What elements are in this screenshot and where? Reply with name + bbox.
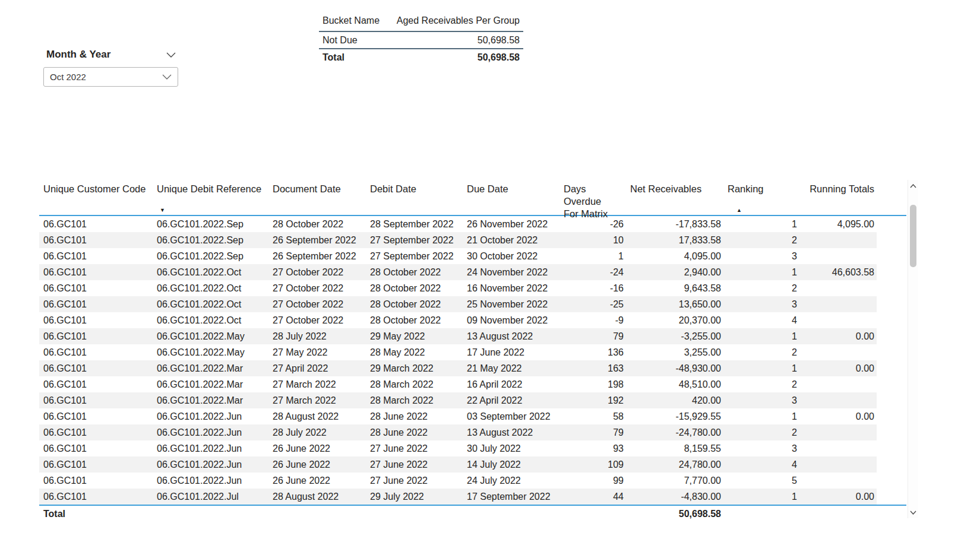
cell-unique-debit-reference: 06.GC101.2022.Jul xyxy=(153,492,268,502)
cell-due-date: 16 April 2022 xyxy=(463,379,559,390)
cell-document-date: 27 March 2022 xyxy=(268,395,366,406)
table-row: 06.GC101 06.GC101.2022.Jun 26 June 2022 … xyxy=(39,456,877,473)
cell-running-totals: 4,095.00 xyxy=(799,219,877,230)
cell-debit-date: 27 June 2022 xyxy=(366,443,463,454)
table-row: 06.GC101 06.GC101.2022.May 27 May 2022 2… xyxy=(39,344,877,360)
cell-debit-date: 28 October 2022 xyxy=(366,315,463,326)
cell-unique-debit-reference: 06.GC101.2022.Jun xyxy=(153,475,268,486)
cell-ranking: 3 xyxy=(723,395,799,406)
table-row: 06.GC101 06.GC101.2022.Oct 27 October 20… xyxy=(39,280,877,296)
cell-ranking: 4 xyxy=(723,459,799,470)
column-header-unique-debit-reference[interactable]: Unique Debit Reference▼ xyxy=(153,178,268,215)
cell-net-receivables: 20,370.00 xyxy=(626,315,723,326)
cell-unique-customer-code: 06.GC101 xyxy=(39,235,153,246)
table-row: 06.GC101 06.GC101.2022.Oct 27 October 20… xyxy=(39,264,877,280)
cell-days-overdue: 79 xyxy=(559,331,626,342)
cell-due-date: 03 September 2022 xyxy=(463,411,559,422)
sort-ascending-icon: ▲ xyxy=(736,208,742,213)
table-row: 06.GC101 06.GC101.2022.Sep 26 September … xyxy=(39,232,877,248)
column-header-unique-customer-code[interactable]: Unique Customer Code xyxy=(39,178,153,215)
cell-document-date: 28 July 2022 xyxy=(268,331,366,342)
bucket-total-label: Total xyxy=(323,52,344,63)
sort-descending-icon: ▼ xyxy=(160,208,165,213)
bucket-summary-table: Bucket Name Aged Receivables Per Group N… xyxy=(319,11,523,65)
cell-debit-date: 28 March 2022 xyxy=(366,379,463,390)
cell-unique-customer-code: 06.GC101 xyxy=(39,347,153,358)
cell-debit-date: 27 June 2022 xyxy=(366,475,463,486)
table-row: 06.GC101 06.GC101.2022.Oct 27 October 20… xyxy=(39,312,877,328)
cell-ranking: 3 xyxy=(723,251,799,262)
table-total-row: Total 50,698.58 xyxy=(39,506,877,522)
vertical-scrollbar[interactable] xyxy=(908,180,918,518)
cell-days-overdue: -16 xyxy=(559,283,626,294)
column-header-days-overdue-for-matrix[interactable]: Days Overdue For Matrix xyxy=(559,178,626,215)
month-year-dropdown[interactable]: Oct 2022 xyxy=(43,67,178,87)
cell-unique-customer-code: 06.GC101 xyxy=(39,267,153,278)
cell-unique-debit-reference: 06.GC101.2022.Oct xyxy=(153,299,268,310)
scrollbar-thumb[interactable] xyxy=(910,205,916,267)
table-row: 06.GC101 06.GC101.2022.Jun 26 June 2022 … xyxy=(39,440,877,456)
cell-days-overdue: 79 xyxy=(559,427,626,438)
cell-unique-debit-reference: 06.GC101.2022.May xyxy=(153,347,268,358)
cell-unique-debit-reference: 06.GC101.2022.Mar xyxy=(153,379,268,390)
scroll-down-icon[interactable] xyxy=(908,508,918,517)
cell-ranking: 1 xyxy=(723,267,799,278)
cell-due-date: 30 October 2022 xyxy=(463,251,559,262)
cell-net-receivables: 4,095.00 xyxy=(626,251,723,262)
cell-debit-date: 27 September 2022 xyxy=(366,235,463,246)
cell-days-overdue: 192 xyxy=(559,395,626,406)
column-header-document-date[interactable]: Document Date xyxy=(268,178,366,215)
cell-ranking: 2 xyxy=(723,427,799,438)
cell-due-date: 21 May 2022 xyxy=(463,363,559,374)
cell-days-overdue: 136 xyxy=(559,347,626,358)
cell-ranking: 2 xyxy=(723,379,799,390)
cell-net-receivables: -15,929.55 xyxy=(626,411,723,422)
cell-document-date: 28 July 2022 xyxy=(268,427,366,438)
chevron-down-icon[interactable] xyxy=(166,52,176,58)
cell-document-date: 28 August 2022 xyxy=(268,492,366,502)
bucket-table-row: Not Due 50,698.58 xyxy=(319,32,523,49)
column-header-ranking[interactable]: Ranking▲ xyxy=(723,178,799,215)
cell-due-date: 30 July 2022 xyxy=(463,443,559,454)
column-header-due-date[interactable]: Due Date xyxy=(463,178,559,215)
cell-due-date: 25 November 2022 xyxy=(463,299,559,310)
scroll-up-icon[interactable] xyxy=(908,181,918,191)
cell-due-date: 21 October 2022 xyxy=(463,235,559,246)
cell-ranking: 2 xyxy=(723,235,799,246)
cell-days-overdue: 44 xyxy=(559,492,626,502)
cell-unique-customer-code: 06.GC101 xyxy=(39,363,153,374)
cell-due-date: 22 April 2022 xyxy=(463,395,559,406)
cell-unique-debit-reference: 06.GC101.2022.Oct xyxy=(153,315,268,326)
cell-net-receivables: 3,255.00 xyxy=(626,347,723,358)
slicer-title: Month & Year xyxy=(46,49,110,61)
bucket-total-value: 50,698.58 xyxy=(478,52,520,63)
aged-receivables-header: Aged Receivables Per Group xyxy=(397,15,520,26)
cell-document-date: 28 October 2022 xyxy=(268,219,366,230)
cell-unique-debit-reference: 06.GC101.2022.Sep xyxy=(153,235,268,246)
chevron-down-icon xyxy=(162,74,172,80)
cell-net-receivables: -17,833.58 xyxy=(626,219,723,230)
cell-debit-date: 28 June 2022 xyxy=(366,411,463,422)
cell-debit-date: 29 March 2022 xyxy=(366,363,463,374)
cell-ranking: 2 xyxy=(723,347,799,358)
slicer-header: Month & Year xyxy=(43,46,178,63)
cell-document-date: 27 April 2022 xyxy=(268,363,366,374)
cell-ranking: 1 xyxy=(723,219,799,230)
column-header-net-receivables[interactable]: Net Receivables xyxy=(626,178,723,215)
cell-ranking: 1 xyxy=(723,363,799,374)
cell-due-date: 16 November 2022 xyxy=(463,283,559,294)
cell-due-date: 17 September 2022 xyxy=(463,492,559,502)
table-row: 06.GC101 06.GC101.2022.Jun 28 July 2022 … xyxy=(39,424,877,440)
aged-receivables-value: 50,698.58 xyxy=(478,35,520,46)
table-row: 06.GC101 06.GC101.2022.Mar 27 March 2022… xyxy=(39,376,877,392)
cell-debit-date: 28 October 2022 xyxy=(366,283,463,294)
column-header-debit-date[interactable]: Debit Date xyxy=(366,178,463,215)
cell-unique-debit-reference: 06.GC101.2022.Jun xyxy=(153,443,268,454)
cell-ranking: 3 xyxy=(723,299,799,310)
column-header-running-totals[interactable]: Running Totals xyxy=(799,178,877,215)
table-header-row: Unique Customer Code Unique Debit Refere… xyxy=(39,178,906,216)
table-row: 06.GC101 06.GC101.2022.May 28 July 2022 … xyxy=(39,328,877,344)
table-row: 06.GC101 06.GC101.2022.Oct 27 October 20… xyxy=(39,296,877,312)
cell-ranking: 5 xyxy=(723,475,799,486)
cell-document-date: 26 September 2022 xyxy=(268,251,366,262)
